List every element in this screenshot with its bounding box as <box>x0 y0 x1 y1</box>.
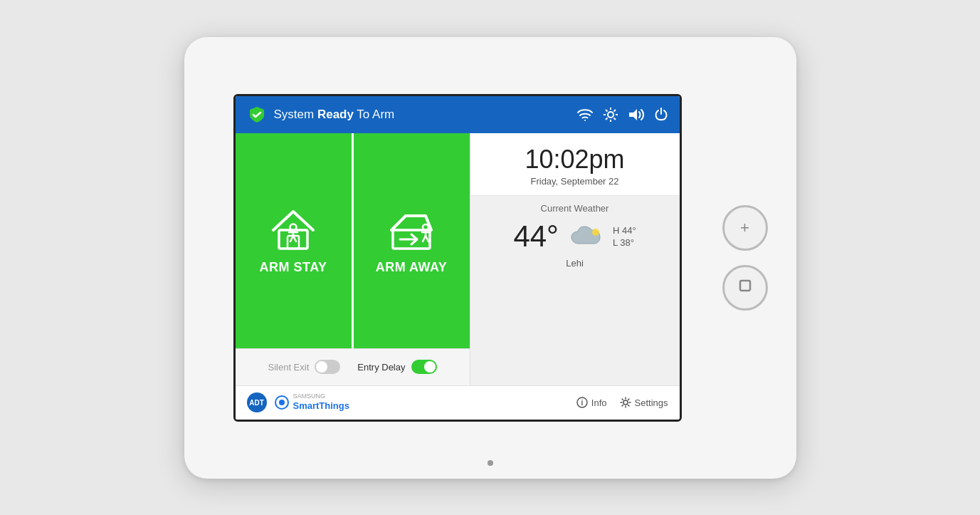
home-indicator <box>488 460 493 466</box>
smartthings-logo: SAMSUNG SmartThings <box>274 393 349 411</box>
arm-away-icon <box>386 206 437 254</box>
info-icon: i <box>576 397 588 408</box>
toggle-row: Silent Exit Entry Delay <box>236 348 470 385</box>
stop-button[interactable] <box>722 265 768 311</box>
stop-icon <box>737 278 753 298</box>
security-panel-device: System Ready To Arm <box>184 37 796 479</box>
brightness-icon <box>603 107 618 123</box>
entry-delay-label: Entry Delay <box>357 362 405 373</box>
svg-rect-31 <box>740 281 750 291</box>
weather-icon-wrap <box>567 222 604 251</box>
wifi-icon <box>577 108 593 121</box>
weather-label: Current Weather <box>541 203 609 214</box>
system-status-text: System Ready To Arm <box>274 108 395 122</box>
arm-buttons-container: ARM STAY <box>236 133 470 348</box>
side-buttons: + <box>722 205 775 311</box>
screen-footer: ADT SAMSUNG SmartThings <box>236 385 680 420</box>
arm-stay-button[interactable]: ARM STAY <box>236 133 354 348</box>
svg-line-9 <box>606 118 608 120</box>
svg-line-8 <box>613 110 616 112</box>
weather-main: 44° H 44° <box>513 219 636 254</box>
power-icon <box>654 107 668 123</box>
weather-low: L 38° <box>613 237 636 248</box>
entry-delay-toggle[interactable] <box>411 360 437 374</box>
arm-stay-label: ARM STAY <box>259 260 327 275</box>
touchscreen: System Ready To Arm <box>233 94 682 422</box>
date-display: Friday, September 22 <box>485 176 665 187</box>
volume-icon <box>628 108 644 122</box>
svg-text:i: i <box>581 399 583 407</box>
smartthings-label: SmartThings <box>293 400 349 411</box>
header-left: System Ready To Arm <box>247 105 395 125</box>
entry-delay-knob <box>424 361 436 373</box>
footer-logos: ADT SAMSUNG SmartThings <box>247 392 349 412</box>
samsung-label: SAMSUNG <box>293 393 349 400</box>
cloud-icon <box>567 222 604 251</box>
svg-line-7 <box>613 118 616 120</box>
svg-point-30 <box>623 400 628 405</box>
svg-point-1 <box>608 112 613 118</box>
arm-away-label: ARM AWAY <box>376 260 448 275</box>
right-panel: 10:02pm Friday, September 22 Current Wea… <box>470 133 680 385</box>
svg-marker-10 <box>629 109 637 120</box>
plus-icon: + <box>740 219 749 237</box>
adt-logo: ADT <box>247 392 267 412</box>
shield-check-icon <box>247 105 267 125</box>
weather-section: Current Weather 44° <box>470 196 680 385</box>
screen-header: System Ready To Arm <box>236 96 680 133</box>
silent-exit-toggle[interactable] <box>315 360 340 374</box>
settings-label: Settings <box>635 397 668 408</box>
entry-delay-toggle-group: Entry Delay <box>357 360 436 374</box>
weather-city: Lehi <box>566 258 584 269</box>
svg-line-6 <box>606 110 608 112</box>
settings-button[interactable]: Settings <box>620 397 668 408</box>
weather-hi-lo: H 44° L 38° <box>613 225 636 248</box>
silent-exit-toggle-group: Silent Exit <box>268 360 340 374</box>
silent-exit-knob <box>316 361 327 373</box>
info-button[interactable]: i Info <box>576 397 607 408</box>
smartthings-text-container: SAMSUNG SmartThings <box>293 393 349 411</box>
smartthings-icon <box>274 395 290 410</box>
screen-body: ARM STAY <box>236 133 680 385</box>
silent-exit-label: Silent Exit <box>268 362 309 373</box>
screen-container: System Ready To Arm <box>206 58 710 457</box>
info-label: Info <box>591 397 607 408</box>
weather-temperature: 44° <box>513 219 559 254</box>
time-section: 10:02pm Friday, September 22 <box>470 133 680 196</box>
left-panel: ARM STAY <box>236 133 470 385</box>
weather-high: H 44° <box>613 225 636 236</box>
header-icons <box>577 107 668 123</box>
plus-button[interactable]: + <box>722 205 768 251</box>
svg-line-24 <box>426 236 428 241</box>
arm-stay-icon <box>268 206 319 254</box>
svg-point-25 <box>592 229 599 236</box>
settings-icon <box>620 397 631 408</box>
arm-away-button[interactable]: ARM AWAY <box>354 133 470 348</box>
time-display: 10:02pm <box>485 145 665 175</box>
footer-actions: i Info Settings <box>576 397 668 408</box>
svg-point-27 <box>279 400 285 405</box>
svg-point-0 <box>584 120 586 121</box>
